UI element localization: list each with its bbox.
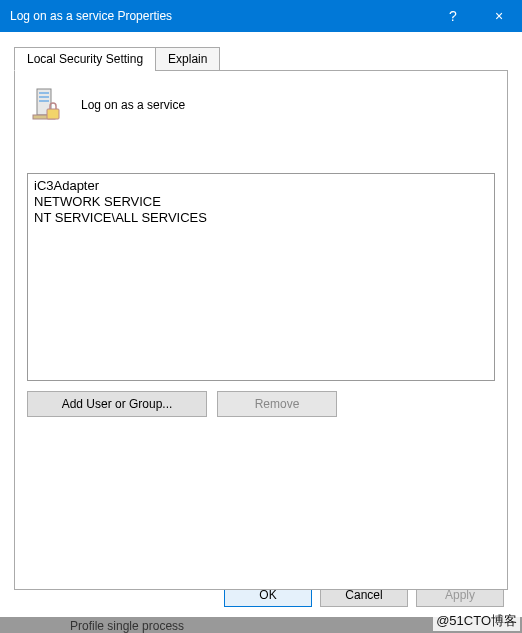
svg-rect-1 bbox=[39, 92, 49, 94]
tab-explain[interactable]: Explain bbox=[155, 47, 220, 71]
list-button-row: Add User or Group... Remove bbox=[27, 391, 495, 417]
tab-strip: Local Security Setting Explain bbox=[14, 47, 508, 71]
policy-header: Log on as a service bbox=[27, 87, 495, 123]
help-button[interactable]: ? bbox=[430, 8, 476, 24]
window-title: Log on as a service Properties bbox=[10, 9, 430, 23]
policy-title: Log on as a service bbox=[81, 98, 185, 112]
list-item[interactable]: NETWORK SERVICE bbox=[34, 194, 488, 210]
tab-panel-local-security: Log on as a service iC3Adapter NETWORK S… bbox=[14, 70, 508, 590]
svg-rect-5 bbox=[47, 109, 59, 119]
list-item[interactable]: NT SERVICE\ALL SERVICES bbox=[34, 210, 488, 226]
user-list[interactable]: iC3Adapter NETWORK SERVICE NT SERVICE\AL… bbox=[27, 173, 495, 381]
background-text: Profile single process bbox=[70, 619, 184, 633]
client-area: Local Security Setting Explain Log on as… bbox=[0, 32, 522, 590]
svg-rect-2 bbox=[39, 96, 49, 98]
titlebar: Log on as a service Properties ? × bbox=[0, 0, 522, 32]
close-button[interactable]: × bbox=[476, 8, 522, 24]
watermark: @51CTO博客 bbox=[433, 611, 520, 631]
tab-local-security-setting[interactable]: Local Security Setting bbox=[14, 47, 156, 71]
svg-rect-3 bbox=[39, 100, 49, 102]
add-user-or-group-button[interactable]: Add User or Group... bbox=[27, 391, 207, 417]
remove-button: Remove bbox=[217, 391, 337, 417]
list-item[interactable]: iC3Adapter bbox=[34, 178, 488, 194]
properties-dialog: Log on as a service Properties ? × Local… bbox=[0, 0, 522, 617]
server-lock-icon bbox=[27, 87, 63, 123]
